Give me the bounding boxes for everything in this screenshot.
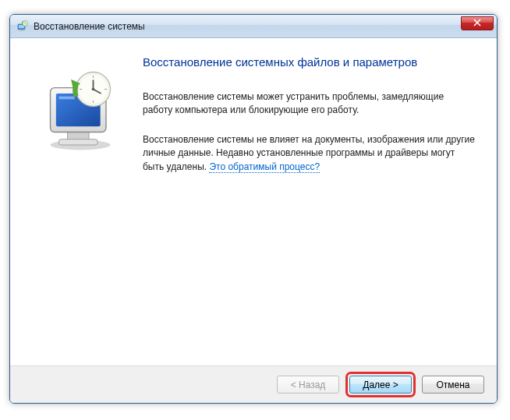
svg-rect-10 (59, 97, 75, 100)
button-bar: < Назад Далее > Отмена (10, 365, 497, 403)
close-button[interactable] (461, 16, 494, 30)
system-restore-illustration-icon (37, 68, 123, 156)
content-area: Восстановление системных файлов и параме… (10, 38, 497, 365)
text-column: Восстановление системных файлов и параме… (135, 54, 475, 358)
system-restore-icon (16, 20, 29, 33)
description-paragraph-1: Восстановление системы может устранить п… (143, 90, 475, 118)
cancel-button[interactable]: Отмена (422, 376, 484, 394)
illustration-column (26, 54, 135, 358)
svg-rect-7 (59, 139, 98, 145)
page-heading: Восстановление системных файлов и параме… (143, 55, 475, 69)
next-button[interactable]: Далее > (349, 376, 412, 394)
next-button-highlight: Далее > (345, 372, 416, 397)
close-icon (473, 18, 481, 29)
back-button: < Назад (277, 376, 339, 394)
dialog-window: Восстановление системы (9, 14, 498, 404)
titlebar: Восстановление системы (10, 15, 497, 38)
window-title: Восстановление системы (34, 21, 145, 32)
description-paragraph-2: Восстановление системы не влияет на доку… (143, 133, 475, 174)
svg-point-19 (92, 88, 95, 91)
svg-rect-2 (19, 30, 23, 31)
reversible-process-link[interactable]: Это обратимый процесс? (209, 161, 320, 173)
